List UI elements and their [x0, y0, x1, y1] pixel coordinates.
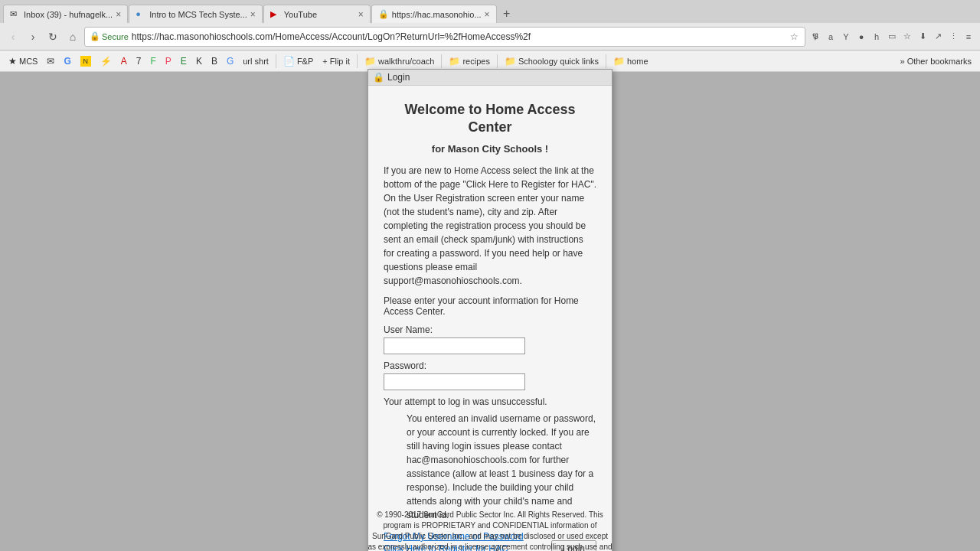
bookmark-norton[interactable]: N — [77, 54, 95, 68]
extension-icons: 𝕻 a Y ● h ▭ ☆ ⬇ ↗ ⋮ ≡ — [808, 30, 975, 44]
bookmark-star-icon[interactable]: ☆ — [788, 31, 800, 43]
back-button[interactable]: ‹ — [5, 28, 21, 45]
tab-youtube[interactable]: ▶ YouTube × — [263, 5, 371, 23]
bookmark-adobe[interactable]: A — [117, 54, 131, 68]
ext-lastpass-icon[interactable]: ● — [854, 30, 868, 44]
bookmark-separator-4 — [497, 54, 498, 68]
error-main-text: Your attempt to log in was unsuccessful. — [384, 396, 596, 407]
bookmark-separator-3 — [441, 54, 442, 68]
ext-cast-icon[interactable]: ▭ — [885, 30, 899, 44]
youtube-favicon: ▶ — [270, 9, 281, 20]
tab-mcs-close[interactable]: × — [250, 9, 256, 20]
ext-honey-icon[interactable]: h — [870, 30, 884, 44]
bookmark-home[interactable]: 📁 home — [609, 54, 652, 68]
bookmark-b7[interactable]: 7 — [132, 54, 145, 68]
ext-apps-icon[interactable]: ⋮ — [946, 30, 960, 44]
home-button[interactable]: ⌂ — [64, 28, 81, 45]
new-tab-button[interactable]: + — [498, 5, 516, 23]
username-label: User Name: — [384, 324, 596, 335]
dialog-lock-icon: 🔒 — [373, 72, 384, 83]
dialog-title: Welcome to Home Access Center — [384, 101, 596, 137]
tab-mcs[interactable]: ● Intro to MCS Tech Syste... × — [129, 5, 263, 23]
bookmark-b11[interactable]: B — [207, 54, 221, 68]
bookmark-walkthru[interactable]: 📁 walkthru/coach — [361, 54, 438, 68]
footer-text: © 1990-2017 SunGard Public Sector Inc. A… — [368, 507, 612, 551]
bookmark-pocket[interactable]: P — [162, 54, 175, 68]
bookmark-separator-2 — [357, 54, 358, 68]
address-bar[interactable]: 🔒 Secure https://hac.masonohioschools.co… — [84, 27, 805, 47]
forward-button[interactable]: › — [24, 28, 41, 45]
username-input[interactable] — [384, 337, 525, 354]
login-dialog: 🔒 Login Welcome to Home Access Center fo… — [368, 69, 612, 551]
mcs-favicon: ● — [136, 9, 146, 20]
bookmark-kindle[interactable]: K — [192, 54, 206, 68]
tab-gmail-close[interactable]: × — [116, 9, 121, 20]
password-label: Password: — [384, 360, 596, 371]
error-detail-text: You entered an invalid username or passw… — [407, 412, 596, 522]
bookmark-flipit[interactable]: + Flip it — [318, 55, 354, 67]
tab-hac[interactable]: 🔒 https://hac.masonohio... × — [371, 5, 497, 23]
page-content: 🔒 Login Welcome to Home Access Center fo… — [0, 72, 980, 551]
tab-hac-close[interactable]: × — [485, 9, 490, 20]
ext-share-icon[interactable]: ↗ — [931, 30, 945, 44]
address-url: https://hac.masonohioschools.com/HomeAcc… — [132, 31, 785, 42]
dialog-subtitle: for Mason City Schools ! — [384, 143, 596, 155]
password-input[interactable] — [384, 373, 525, 390]
bookmark-urlshirt[interactable]: url shrt — [239, 55, 273, 67]
bookmark-feedly[interactable]: F — [147, 54, 160, 68]
other-bookmarks[interactable]: » Other bookmarks — [896, 55, 975, 67]
bookmark-fp[interactable]: 📄 F&P — [279, 54, 317, 68]
tab-youtube-close[interactable]: × — [358, 9, 364, 20]
dialog-titlebar-label: Login — [387, 72, 410, 83]
bookmark-gmail[interactable]: ✉ — [43, 54, 58, 68]
address-bar-row: ‹ › ↻ ⌂ 🔒 Secure https://hac.masonohiosc… — [0, 23, 980, 51]
tab-gmail[interactable]: ✉ Inbox (39) - hufnagelk... × — [3, 5, 128, 23]
tab-hac-label: https://hac.masonohio... — [392, 10, 482, 19]
dialog-account-text: Please enter your account information fo… — [384, 295, 596, 317]
hac-favicon: 🔒 — [378, 9, 389, 20]
bookmark-gdoc[interactable]: G — [223, 54, 237, 68]
bookmark-schoology[interactable]: 📁 Schoology quick links — [501, 54, 603, 68]
ext-save-icon[interactable]: ⬇ — [916, 30, 929, 44]
bookmark-separator-5 — [606, 54, 606, 68]
bookmark-recipes[interactable]: 📁 recipes — [445, 54, 493, 68]
ext-menu-icon[interactable]: ≡ — [962, 30, 975, 44]
bookmark-google[interactable]: G — [60, 54, 74, 68]
dialog-titlebar: 🔒 Login — [368, 70, 612, 86]
bookmark-separator-1 — [276, 54, 276, 68]
secure-badge: 🔒 Secure — [90, 31, 129, 41]
tab-mcs-label: Intro to MCS Tech Syste... — [149, 10, 247, 19]
refresh-button[interactable]: ↻ — [44, 28, 61, 45]
ext-yahoo-icon[interactable]: Y — [839, 30, 853, 44]
ext-amazon-icon[interactable]: a — [824, 30, 838, 44]
tab-bar: ✉ Inbox (39) - hufnagelk... × ● Intro to… — [0, 0, 980, 23]
bookmark-mcs[interactable]: ★ MCS — [5, 54, 41, 68]
dialog-body: Welcome to Home Access Center for Mason … — [368, 86, 612, 551]
bookmark-evernote[interactable]: E — [177, 54, 191, 68]
dialog-info-text: If you are new to Home Access select the… — [384, 164, 596, 288]
bookmark-b4[interactable]: ⚡ — [96, 54, 116, 68]
tab-gmail-label: Inbox (39) - hufnagelk... — [24, 10, 113, 19]
ext-pinterest-icon[interactable]: 𝕻 — [808, 30, 822, 44]
tab-youtube-label: YouTube — [284, 10, 355, 19]
ext-bookmark-icon[interactable]: ☆ — [900, 30, 914, 44]
gmail-favicon: ✉ — [10, 9, 21, 20]
